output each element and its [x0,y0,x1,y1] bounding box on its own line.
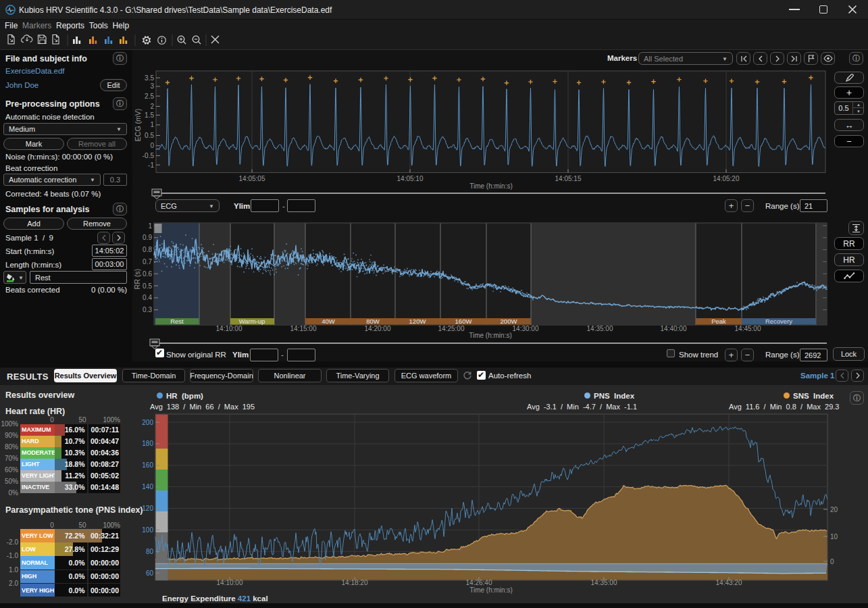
svg-text:14:05:05: 14:05:05 [239,175,265,182]
svg-text:14:10:00: 14:10:00 [217,579,243,586]
svg-text:2: 2 [150,103,154,110]
svg-text:0.4: 0.4 [143,294,152,301]
svg-text:14:18:20: 14:18:20 [342,579,368,586]
svg-text:14:26:40: 14:26:40 [466,579,492,586]
svg-text:Warm-up: Warm-up [239,318,265,325]
svg-text:14:35:00: 14:35:00 [587,325,613,332]
svg-text:0.8: 0.8 [143,246,152,253]
svg-text:160: 160 [142,461,153,469]
svg-text:40W: 40W [322,318,335,325]
svg-text:14:05:20: 14:05:20 [713,175,740,182]
svg-text:80: 80 [146,548,154,555]
svg-text:14:30:00: 14:30:00 [513,325,539,332]
svg-text:0: 0 [830,558,834,565]
svg-text:160W: 160W [455,318,472,325]
svg-text:10: 10 [830,533,838,540]
svg-text:1: 1 [150,121,154,128]
svg-text:14:20:00: 14:20:00 [365,325,391,332]
svg-text:Recovery: Recovery [765,318,792,325]
svg-text:0.3: 0.3 [143,306,152,313]
svg-text:180: 180 [142,440,153,447]
svg-text:60: 60 [146,569,154,577]
svg-text:3: 3 [150,82,154,90]
svg-text:14:05:15: 14:05:15 [555,175,582,182]
svg-text:0.7: 0.7 [143,258,152,265]
svg-text:14:10:00: 14:10:00 [216,325,242,332]
svg-text:14:25:00: 14:25:00 [438,325,465,332]
svg-text:1.5: 1.5 [145,111,154,119]
svg-text:14:35:00: 14:35:00 [591,579,617,586]
svg-text:14:40:00: 14:40:00 [661,325,687,332]
svg-text:200W: 200W [501,318,517,325]
svg-text:RR (s): RR (s) [133,269,141,289]
svg-text:20: 20 [830,506,838,513]
svg-text:2.5: 2.5 [145,93,154,100]
svg-text:0.5: 0.5 [145,132,154,139]
svg-text:Rest: Rest [170,318,184,325]
svg-text:120W: 120W [409,318,426,325]
svg-text:-1: -1 [148,161,154,169]
svg-text:Time (h:min:s): Time (h:min:s) [469,586,513,594]
svg-text:14:05:10: 14:05:10 [397,175,424,182]
svg-text:0.6: 0.6 [143,270,152,278]
svg-text:0.5: 0.5 [143,282,152,290]
svg-text:14:15:00: 14:15:00 [290,325,317,332]
svg-text:ECG (mV): ECG (mV) [134,109,142,141]
svg-text:-0.5: -0.5 [143,152,155,159]
svg-text:1: 1 [148,222,152,230]
svg-text:200: 200 [142,419,153,426]
svg-text:80W: 80W [366,318,380,325]
svg-text:Time (h:min:s): Time (h:min:s) [469,182,513,190]
svg-text:140: 140 [142,483,153,490]
svg-text:14:45:00: 14:45:00 [735,325,761,332]
svg-text:0.9: 0.9 [143,234,152,241]
svg-text:120: 120 [142,505,153,512]
svg-text:3.5: 3.5 [145,74,154,82]
svg-text:0: 0 [150,142,154,149]
svg-text:14:43:20: 14:43:20 [716,579,742,586]
svg-text:100: 100 [142,526,153,534]
svg-text:Peak: Peak [711,318,726,325]
